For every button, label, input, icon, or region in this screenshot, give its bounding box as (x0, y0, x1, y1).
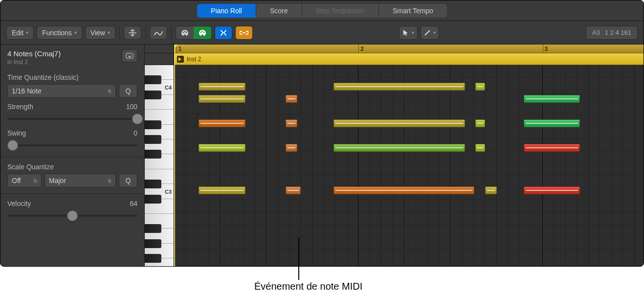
time-quantize-label: Time Quantize (classic) (7, 73, 79, 81)
swing-value: 0 (133, 129, 137, 137)
position-display: A3 1 2 4 161 (586, 26, 638, 40)
strength-slider[interactable] (7, 114, 137, 124)
midi-note[interactable] (333, 119, 465, 127)
piano-keyboard[interactable]: C4 C3 (145, 45, 174, 266)
pencil-tool[interactable]: ▾ (421, 26, 439, 40)
svg-point-4 (202, 31, 203, 32)
edit-menu[interactable]: Edit▾ (6, 26, 34, 40)
updown-icon: ⇅ (33, 178, 37, 183)
chevron-down-icon: ▾ (433, 30, 436, 35)
midi-note[interactable] (286, 119, 297, 127)
bar-marker: 3 (543, 45, 548, 53)
svg-point-2 (186, 31, 187, 32)
midi-in-icon[interactable] (150, 26, 167, 40)
collapse-icon[interactable] (215, 26, 232, 40)
midi-note[interactable] (199, 119, 245, 127)
midi-note[interactable] (199, 144, 245, 152)
swing-label: Swing (7, 129, 26, 137)
chevron-down-icon: ▾ (26, 30, 28, 35)
midi-note[interactable] (475, 83, 485, 91)
midi-note[interactable] (524, 144, 580, 152)
pointer-tool[interactable]: ▾ (399, 26, 418, 40)
region-header[interactable]: Inst 2 (174, 53, 644, 65)
midi-note[interactable] (199, 95, 245, 103)
tab-score[interactable]: Score (256, 4, 302, 18)
palette-on-icon[interactable] (194, 26, 211, 39)
editor-tab-bar: Piano Roll Score Step Sequencer Smart Te… (0, 0, 644, 21)
midi-note[interactable] (524, 186, 580, 194)
tab-piano-roll[interactable]: Piano Roll (197, 4, 256, 18)
velocity-value: 64 (130, 200, 137, 207)
info-position: 1 2 4 161 (605, 29, 631, 36)
updown-icon: ⇅ (108, 178, 111, 183)
svg-point-5 (203, 31, 204, 32)
tab-smart-tempo[interactable]: Smart Tempo (379, 4, 447, 18)
callout-annotation: Événement de note MIDI (293, 238, 299, 267)
scale-quantize-label: Scale Quantize (7, 163, 54, 171)
region-name: Inst 2 (187, 56, 201, 63)
time-quantize-select[interactable]: 1/16 Note⇅ (7, 84, 116, 98)
selection-title: 4 Notes (Cmaj7) (7, 49, 61, 58)
svg-point-1 (184, 31, 185, 32)
bar-marker: 2 (358, 45, 364, 53)
key-label-c4: C4 (165, 85, 172, 91)
midi-note[interactable] (475, 144, 485, 152)
chevron-down-icon: ▾ (108, 30, 110, 35)
key-label-c3: C3 (165, 189, 172, 195)
piano-roll-toolbar: Edit▾ Functions▾ View▾ ▾ (0, 21, 644, 45)
strength-value: 100 (126, 103, 137, 111)
midi-note[interactable] (475, 119, 485, 127)
velocity-slider[interactable] (7, 210, 137, 221)
bar-ruler[interactable]: 1 2 3 (174, 45, 644, 53)
midi-note[interactable] (485, 186, 497, 194)
midi-note[interactable] (524, 95, 580, 103)
midi-note[interactable] (286, 186, 301, 194)
piano-roll-grid[interactable]: 1 2 3 Inst 2 (174, 45, 644, 266)
midi-note[interactable] (286, 144, 297, 152)
tab-step-sequencer[interactable]: Step Sequencer (302, 4, 379, 18)
midi-note[interactable] (286, 95, 297, 103)
link-icon[interactable] (235, 26, 253, 40)
scale-root-select[interactable]: Off⇅ (7, 174, 42, 187)
strength-label: Strength (7, 103, 33, 111)
quantize-button[interactable]: Q (119, 84, 137, 98)
scale-quantize-button[interactable]: Q (119, 174, 137, 187)
updown-icon: ⇅ (108, 89, 111, 94)
view-menu[interactable]: View▾ (85, 26, 115, 40)
svg-point-0 (183, 31, 184, 32)
color-toggle (176, 26, 212, 40)
midi-note[interactable] (199, 186, 245, 194)
inspector-collapse-icon[interactable] (122, 49, 137, 62)
chevron-down-icon: ▾ (412, 30, 414, 35)
info-pitch: A3 (592, 29, 600, 36)
catch-playhead-icon[interactable] (124, 26, 141, 40)
region-play-icon (177, 56, 184, 63)
swing-slider[interactable] (7, 140, 137, 151)
palette-off-icon[interactable] (176, 26, 194, 39)
inspector-sidebar: 4 Notes (Cmaj7) in Inst 2 Time Quantize … (0, 45, 145, 266)
selection-subtitle: in Inst 2 (7, 59, 61, 66)
midi-note[interactable] (333, 83, 465, 91)
chevron-down-icon: ▾ (74, 30, 77, 35)
midi-note[interactable] (333, 144, 465, 152)
velocity-label: Velocity (7, 200, 31, 207)
midi-note[interactable] (199, 83, 245, 91)
functions-menu[interactable]: Functions▾ (37, 26, 82, 40)
scale-mode-select[interactable]: Major⇅ (44, 174, 116, 187)
svg-point-3 (200, 31, 201, 32)
midi-note[interactable] (333, 186, 474, 194)
playhead[interactable] (174, 45, 175, 266)
midi-note[interactable] (524, 119, 580, 127)
